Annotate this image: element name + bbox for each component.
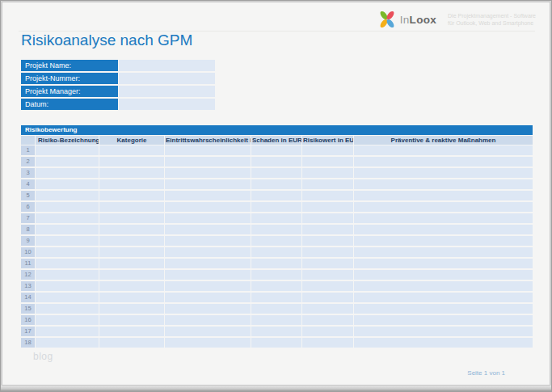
cell-measures[interactable] [354, 225, 533, 236]
cell-risk-value[interactable] [302, 281, 354, 293]
cell-risk-name[interactable] [36, 202, 99, 213]
cell-category[interactable] [99, 191, 165, 202]
cell-risk-value[interactable] [302, 225, 354, 236]
cell-category[interactable] [99, 202, 165, 213]
cell-risk-value[interactable] [302, 259, 354, 270]
cell-damage[interactable] [251, 281, 302, 293]
cell-category[interactable] [99, 157, 165, 168]
cell-measures[interactable] [354, 270, 533, 281]
cell-category[interactable] [99, 168, 165, 179]
cell-risk-value[interactable] [302, 168, 354, 179]
cell-risk-value[interactable] [302, 247, 354, 259]
cell-risk-value[interactable] [302, 304, 354, 315]
cell-category[interactable] [99, 225, 165, 236]
cell-risk-value[interactable] [302, 202, 354, 213]
cell-damage[interactable] [251, 259, 302, 270]
cell-category[interactable] [99, 281, 165, 293]
cell-damage[interactable] [251, 304, 302, 315]
cell-damage[interactable] [251, 168, 302, 179]
cell-risk-name[interactable] [36, 236, 99, 247]
cell-risk-name[interactable] [36, 145, 99, 157]
cell-damage[interactable] [251, 179, 302, 191]
cell-risk-value[interactable] [302, 213, 354, 225]
cell-damage[interactable] [251, 202, 302, 213]
cell-measures[interactable] [354, 247, 533, 259]
cell-category[interactable] [99, 145, 165, 157]
cell-damage[interactable] [251, 270, 302, 281]
cell-probability[interactable] [165, 213, 251, 225]
cell-probability[interactable] [165, 202, 251, 213]
cell-probability[interactable] [165, 270, 251, 281]
cell-damage[interactable] [251, 338, 302, 349]
cell-measures[interactable] [354, 213, 533, 225]
cell-measures[interactable] [354, 168, 533, 179]
cell-risk-value[interactable] [302, 293, 354, 304]
cell-category[interactable] [99, 304, 165, 315]
cell-category[interactable] [99, 259, 165, 270]
cell-damage[interactable] [251, 191, 302, 202]
cell-damage[interactable] [251, 236, 302, 247]
cell-measures[interactable] [354, 327, 533, 338]
cell-measures[interactable] [354, 145, 533, 157]
cell-risk-name[interactable] [36, 315, 99, 327]
cell-damage[interactable] [251, 157, 302, 168]
cell-category[interactable] [99, 236, 165, 247]
cell-measures[interactable] [354, 338, 533, 349]
cell-probability[interactable] [165, 236, 251, 247]
cell-risk-value[interactable] [302, 327, 354, 338]
cell-category[interactable] [99, 293, 165, 304]
cell-risk-name[interactable] [36, 247, 99, 259]
cell-risk-name[interactable] [36, 327, 99, 338]
cell-measures[interactable] [354, 281, 533, 293]
cell-risk-name[interactable] [36, 281, 99, 293]
cell-risk-name[interactable] [36, 213, 99, 225]
cell-probability[interactable] [165, 247, 251, 259]
cell-measures[interactable] [354, 157, 533, 168]
cell-category[interactable] [99, 315, 165, 327]
cell-measures[interactable] [354, 179, 533, 191]
cell-damage[interactable] [251, 145, 302, 157]
cell-risk-name[interactable] [36, 293, 99, 304]
cell-measures[interactable] [354, 202, 533, 213]
cell-measures[interactable] [354, 236, 533, 247]
cell-probability[interactable] [165, 304, 251, 315]
cell-damage[interactable] [251, 225, 302, 236]
cell-probability[interactable] [165, 225, 251, 236]
cell-probability[interactable] [165, 168, 251, 179]
project-manager-input[interactable] [119, 86, 215, 97]
cell-measures[interactable] [354, 191, 533, 202]
cell-damage[interactable] [251, 293, 302, 304]
cell-probability[interactable] [165, 259, 251, 270]
cell-damage[interactable] [251, 213, 302, 225]
cell-probability[interactable] [165, 191, 251, 202]
cell-category[interactable] [99, 247, 165, 259]
cell-risk-name[interactable] [36, 338, 99, 349]
cell-risk-name[interactable] [36, 157, 99, 168]
cell-risk-value[interactable] [302, 157, 354, 168]
cell-risk-value[interactable] [302, 315, 354, 327]
cell-category[interactable] [99, 270, 165, 281]
cell-probability[interactable] [165, 293, 251, 304]
cell-risk-value[interactable] [302, 236, 354, 247]
cell-probability[interactable] [165, 281, 251, 293]
cell-risk-name[interactable] [36, 168, 99, 179]
cell-probability[interactable] [165, 315, 251, 327]
cell-risk-value[interactable] [302, 191, 354, 202]
cell-damage[interactable] [251, 327, 302, 338]
cell-damage[interactable] [251, 247, 302, 259]
cell-probability[interactable] [165, 327, 251, 338]
cell-risk-name[interactable] [36, 179, 99, 191]
cell-risk-name[interactable] [36, 304, 99, 315]
cell-category[interactable] [99, 179, 165, 191]
cell-category[interactable] [99, 213, 165, 225]
cell-probability[interactable] [165, 338, 251, 349]
cell-risk-value[interactable] [302, 145, 354, 157]
cell-risk-value[interactable] [302, 270, 354, 281]
cell-measures[interactable] [354, 304, 533, 315]
cell-risk-name[interactable] [36, 225, 99, 236]
project-name-input[interactable] [119, 60, 215, 71]
cell-probability[interactable] [165, 179, 251, 191]
cell-risk-name[interactable] [36, 259, 99, 270]
cell-measures[interactable] [354, 293, 533, 304]
cell-risk-name[interactable] [36, 270, 99, 281]
